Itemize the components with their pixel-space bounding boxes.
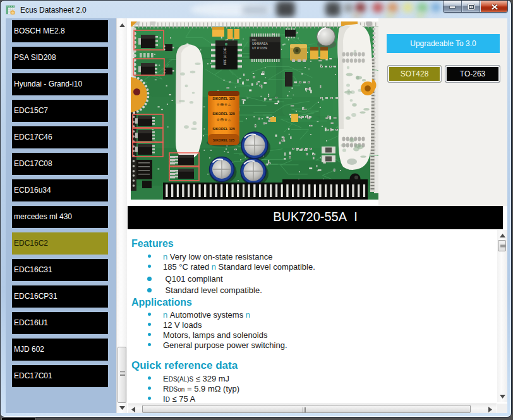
svg-text:SIKOREL 125: SIKOREL 125 <box>212 97 235 100</box>
svg-text:UT P 0339: UT P 0339 <box>252 46 267 50</box>
svg-text:⊘ ⨁ ⊕ △: ⊘ ⨁ ⊕ △ <box>217 102 231 106</box>
svg-text:SIKOREL 125: SIKOREL 125 <box>212 112 235 116</box>
svg-text:U6464ASA: U6464ASA <box>252 42 268 45</box>
svg-text:SIKOREL 125: SIKOREL 125 <box>213 138 234 142</box>
svg-text:MPF 16 C04F: MPF 16 C04F <box>224 47 227 65</box>
svg-text:IND: IND <box>252 39 256 42</box>
svg-text:SIKOREL 125: SIKOREL 125 <box>212 127 235 131</box>
svg-text:⊘ ⨁ ⊕ △: ⊘ ⨁ ⊕ △ <box>217 117 231 121</box>
